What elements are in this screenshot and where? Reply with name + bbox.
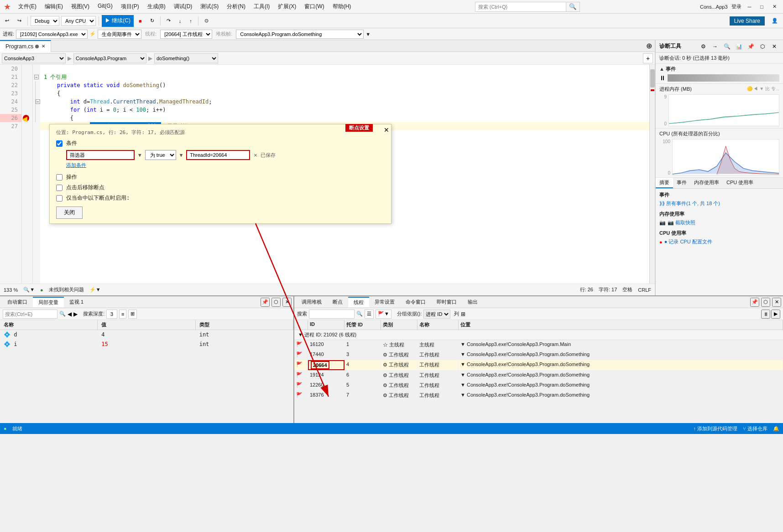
namespace-selector[interactable]: ConsoleApp3.Program <box>73 53 146 63</box>
depth-input[interactable] <box>106 310 117 319</box>
stackframe-dropdown[interactable]: ConsoleApp3.Program.doSomething <box>236 30 364 39</box>
search-button[interactable]: 🔍 <box>566 2 580 12</box>
thread-flag-2[interactable]: 🚩 <box>294 350 308 360</box>
menu-tools[interactable]: 工具(I) <box>250 1 273 12</box>
thread-row-19124[interactable]: 🚩 19124 6 ⚙ 工作线程 工作线程 ▼ ConsoleApp3.exe!… <box>294 371 783 381</box>
tab-output[interactable]: 输出 <box>462 297 483 307</box>
menu-file[interactable]: 文件(E) <box>15 1 40 12</box>
bp-panel-close-x[interactable]: ✕ <box>384 126 389 134</box>
member-selector[interactable]: doSomething() <box>154 53 218 63</box>
thread-row-20664[interactable]: 🚩 20664 4 ⚙ 工作线程 工作线程 ▼ ConsoleApp3.exe!… <box>294 360 783 371</box>
notification-icon[interactable]: 🔔 <box>773 426 779 432</box>
close-threads-btn[interactable]: ✕ <box>772 298 781 307</box>
threads-group-btn[interactable]: ☰ <box>365 310 374 319</box>
select-repo-btn[interactable]: ⑂ 选择仓库 <box>743 425 767 432</box>
diag-close-btn[interactable]: ✕ <box>769 41 779 52</box>
bp-add-condition-link[interactable]: 添加条件 <box>66 162 385 169</box>
diag-chart-btn[interactable]: 📊 <box>734 41 744 52</box>
add-source-btn[interactable]: ↑ 添加到源代码管理 <box>693 425 737 432</box>
thread-row-16120[interactable]: 🚩 16120 1 ☆ 主线程 主线程 ▼ ConsoleApp3.exe!Co… <box>294 340 783 350</box>
close-locals-btn[interactable]: ✕ <box>282 298 292 307</box>
thread-flag-1[interactable]: 🚩 <box>294 340 308 350</box>
zoom-icon[interactable]: 🔍▼ <box>23 287 35 293</box>
diag-tab-events[interactable]: 事件 <box>673 178 690 188</box>
breakpoints-btn[interactable]: ⊙ <box>201 15 212 27</box>
locals-wrap-btn[interactable]: ≡ <box>119 310 126 319</box>
thread-dropdown[interactable]: [20664] 工作线程 <box>160 30 212 39</box>
stop-btn[interactable]: ■ <box>136 15 145 27</box>
tab-command[interactable]: 命令窗口 <box>400 297 431 307</box>
editor-tab-program[interactable]: Program.cs ✕ <box>0 40 51 52</box>
diag-pin-btn[interactable]: 📌 <box>746 41 756 52</box>
step-over-btn[interactable]: ↷ <box>163 15 174 27</box>
window-close-btn[interactable]: ✕ <box>770 3 779 10</box>
thread-row-12260[interactable]: 🚩 12260 5 ⚙ 工作线程 工作线程 ▼ ConsoleApp3.exe!… <box>294 381 783 391</box>
menu-edit[interactable]: 编辑(E) <box>41 1 67 12</box>
settings-btn[interactable]: 👤 <box>768 15 781 27</box>
process-dropdown[interactable]: [21092] ConsoleApp3.exe <box>16 30 88 39</box>
window-minimize-btn[interactable]: ─ <box>745 3 754 10</box>
pin-threads-btn[interactable]: 📌 <box>750 298 759 307</box>
pin-btn[interactable]: ⊕ <box>643 40 655 52</box>
tab-breakpoints[interactable]: 断点 <box>327 297 348 307</box>
threads-group-toggle[interactable]: ▼ <box>298 332 303 337</box>
menu-view[interactable]: 视图(V) <box>68 1 93 12</box>
bp-condition-checkbox[interactable] <box>56 140 63 147</box>
thread-flag-3[interactable]: 🚩 <box>294 360 308 370</box>
local-value-d[interactable]: 4 <box>98 330 195 339</box>
threads-resume-btn[interactable]: ▶ <box>771 310 780 319</box>
tab-exceptions[interactable]: 异常设置 <box>369 297 400 307</box>
pin-locals-btn[interactable]: 📌 <box>261 298 270 307</box>
diag-tab-cpu[interactable]: CPU 使用率 <box>723 178 757 188</box>
thread-flag-6[interactable]: 🚩 <box>294 391 308 400</box>
menu-window[interactable]: 窗口(W) <box>301 1 328 12</box>
step-into-btn[interactable]: ↓ <box>176 15 185 27</box>
threads-pause-btn[interactable]: ⏸ <box>761 310 770 319</box>
tab-auto-window[interactable]: 自动窗口 <box>2 297 33 307</box>
menu-project[interactable]: 项目(P) <box>117 1 143 12</box>
diag-tab-summary[interactable]: 摘要 <box>656 178 673 188</box>
window-maximize-btn[interactable]: □ <box>757 3 766 10</box>
restart-btn[interactable]: ↻ <box>147 15 157 27</box>
float-locals-btn[interactable]: ⬡ <box>271 298 281 307</box>
diag-pause-btn[interactable]: ⏸ <box>659 74 666 82</box>
tab-watch[interactable]: 监视 1 <box>64 297 89 307</box>
bp-close-btn[interactable]: 关闭 <box>56 207 83 219</box>
step-out-btn[interactable]: ↑ <box>186 15 195 27</box>
outlining-collapse-21[interactable]: − <box>34 75 39 79</box>
locals-nav-fwd[interactable]: ▶ <box>73 311 78 317</box>
bp-filter-input[interactable] <box>66 150 135 160</box>
diag-search-btn[interactable]: 🔍 <box>722 41 732 52</box>
bp-condition-dropdown[interactable]: 为 true <box>145 150 176 160</box>
scrollbar-thumb[interactable] <box>650 69 655 88</box>
bp-filter-clear-btn[interactable]: ✕ <box>254 152 257 158</box>
zoom-level[interactable]: 133 % <box>4 287 18 293</box>
locals-nav-back[interactable]: ◀ <box>68 311 72 317</box>
float-threads-btn[interactable]: ⬡ <box>761 298 770 307</box>
class-selector[interactable]: ConsoleApp3 <box>2 53 66 63</box>
bp-filter-value-input[interactable] <box>186 150 250 160</box>
thread-row-17440[interactable]: 🚩 17440 3 ⚙ 工作线程 工作线程 ▼ ConsoleApp3.exe!… <box>294 350 783 360</box>
global-search[interactable] <box>475 2 566 12</box>
diag-tab-memory[interactable]: 内存使用率 <box>690 178 723 188</box>
error-nav-icon[interactable]: ⚡▼ <box>89 287 101 293</box>
lifecycle-dropdown[interactable]: 生命周期事件 <box>98 30 141 39</box>
editor-scrollbar[interactable] <box>649 65 655 284</box>
bp-operation-checkbox[interactable] <box>56 174 63 181</box>
diag-snapshot-btn[interactable]: 📷 📷 截取快照 <box>659 219 779 226</box>
outlining-collapse-24[interactable]: − <box>36 99 40 104</box>
menu-git[interactable]: Git(G) <box>94 1 116 12</box>
code-content[interactable]: 1 个引用 private static void doSomething() … <box>40 65 649 284</box>
platform-dropdown[interactable]: Any CPU <box>61 16 96 26</box>
menu-build[interactable]: 生成(B) <box>144 1 169 12</box>
tab-locals[interactable]: 局部变量 <box>33 297 64 307</box>
thread-flag-4[interactable]: 🚩 <box>294 371 308 380</box>
diag-float-btn[interactable]: ⬡ <box>757 41 767 52</box>
bp-enable-checkbox[interactable] <box>56 195 63 201</box>
tab-immediate[interactable]: 即时窗口 <box>431 297 462 307</box>
diag-events-link[interactable]: ⟫⟫ 所有事件(1 个, 共 18 个) <box>659 200 779 207</box>
threads-col-btn[interactable]: ⊞ <box>461 311 465 317</box>
tab-close-btn[interactable]: ✕ <box>42 44 45 49</box>
threads-groupby-select[interactable]: 进程 ID <box>423 310 450 319</box>
menu-test[interactable]: 测试(S) <box>197 1 222 12</box>
